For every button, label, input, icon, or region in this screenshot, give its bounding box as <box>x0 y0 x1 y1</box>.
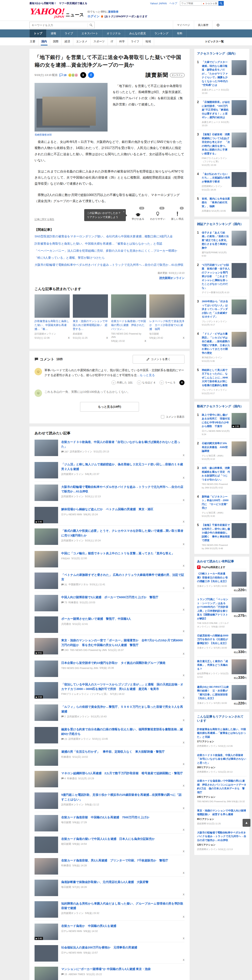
nav-tab-トップ[interactable]: トップ <box>29 29 46 37</box>
sidebar-item[interactable]: 3自民・森山幹事長、消費税減税を重ねて否定 代わる財源問えば「つじつまが合わない… <box>197 463 247 492</box>
back-to-top-button[interactable]: ▲ <box>242 819 250 827</box>
search-icon[interactable] <box>88 23 94 27</box>
sidebar-item-title[interactable]: 在留カード３０枚偽造、中国人の容疑者「自宅にいながら金を稼げば摘発されないと思っ… <box>197 754 246 764</box>
x-share-icon[interactable]: X <box>183 763 185 765</box>
news-list-item[interactable]: ▶ 0:46解体現場から銅線など盗んだか ベトナム国籍の男逮捕 東京・港区日テレ… <box>35 504 185 525</box>
sidebar-section-header[interactable]: 雑誌アクセスランキング（国内） <box>197 222 243 226</box>
news-list-item[interactable]: 「株式の購入や投資に必要」とうそ、クレカやスマホを詐取した疑いで逮捕…買い取り業… <box>35 525 185 548</box>
news-title[interactable]: 中国人向け賭博容疑で3人逮捕 ポーカーで6000万円売り上げか 警視庁 <box>61 595 185 599</box>
news-list-item[interactable]: 在留カード偽造容疑 中国籍の2人を再逮捕 7500万円売り上げか毎日新聞5/9(… <box>35 812 185 834</box>
article-thumbnail[interactable] <box>35 727 58 743</box>
x-share-icon[interactable]: X <box>183 696 185 699</box>
news-list-item[interactable]: 日本企業から架空請求で約10億円を詐取か タイ拠点の国際詐欺グループ摘発TBS … <box>35 657 185 679</box>
sidebar-item-title[interactable]: 神絵師として美人画で天下をとったのに、なぜこんなことに…NHK大河で染谷将太が演… <box>202 369 228 387</box>
sidebar-item[interactable]: トランプ円高に「ベッセント・シーリング」はあるか!?1990年代の「円安許容上限… <box>197 595 247 631</box>
news-title[interactable]: 日本企業から架空請求で約10億円を詐取か タイ拠点の国際詐欺グループ摘発 <box>61 660 185 665</box>
news-list-item[interactable]: 大阪市の駐輪場で電動自転車やペダル付きバイクを盗み→トラックで北九州市へ→自分の… <box>35 482 185 504</box>
comment-reaction-button[interactable]: ☺共感した101 <box>112 380 133 385</box>
sidebar-section-header[interactable]: こんな記事もリアクションされています <box>197 715 244 722</box>
comment-reaction-button[interactable]: ☺うーん5 <box>159 380 175 385</box>
x-share-icon[interactable]: X <box>183 958 185 961</box>
article-thumbnail[interactable] <box>231 368 247 383</box>
news-title[interactable]: 中国に「コメ輸出」疑惑でネット炎上中のニトリを直撃…返ってきた「意外な答え」 <box>61 551 185 555</box>
also-read-card[interactable]: 東京・池袋のマンションで中国人向け賭博場開設疑い 経営する…産経新聞5/11(日… <box>73 294 108 343</box>
subnav-item-経済[interactable]: 経済 <box>62 37 73 46</box>
news-title[interactable]: 在留カード３０枚偽造、中国人の容疑者「自宅にいながら金を稼げば摘発されないと思っ… <box>61 440 185 449</box>
more-comments-button[interactable]: もっと見る(18件) <box>80 402 139 412</box>
article-thumbnail[interactable] <box>231 231 247 246</box>
sidebar-item-title[interactable]: 2600年前から「付き合ってはいけない人」は決まっている…ブッダが説いた「人生破… <box>202 300 228 318</box>
news-title[interactable]: 「宿泊している中国人のスーツケースからゴソゴソと音が…」と通報 国の天然記念物・… <box>61 682 185 691</box>
sidebar-item[interactable]: 趣里(34)とBE:FIRST三山凌輝の結婚！ 父・水谷豊が「週刊文春」に意味深… <box>197 682 247 708</box>
article-thumbnail[interactable] <box>231 634 247 649</box>
article-thumbnail[interactable] <box>231 60 247 75</box>
purchase-history-link[interactable]: 購入履歴 <box>194 21 212 29</box>
related-article-link[interactable]: 「軽に5人乗っている」と通報、警官が駆けつけたら <box>35 255 185 260</box>
article-thumbnail[interactable] <box>35 858 58 875</box>
provider-logo[interactable]: 讀賣新聞 オンライン <box>146 72 185 79</box>
x-share-icon[interactable]: X <box>183 336 185 340</box>
article-thumbnail[interactable] <box>111 294 146 318</box>
article-thumbnail[interactable] <box>35 528 58 545</box>
article-thumbnail[interactable]: ▶ 0:58 <box>35 682 58 698</box>
news-list-item[interactable]: 「ジム活」と称し無人ジムで連続窃盗か、偽名登録し２次元コード使い回し…容疑の１８… <box>35 459 185 482</box>
nav-tab-速報[interactable]: 速報 <box>46 29 60 37</box>
x-share-icon[interactable]: X <box>183 476 185 479</box>
article-thumbnail[interactable] <box>231 597 247 612</box>
article-thumbnail[interactable] <box>231 466 247 481</box>
login-link[interactable]: ログイン <box>88 14 99 18</box>
sidebar-item-title[interactable]: 「店舗開発部長」が会社に架空請求、“200万円超”不正受領も「解雇処分は重すぎる… <box>202 100 230 119</box>
x-share-icon[interactable]: X <box>183 587 185 590</box>
x-share-icon[interactable]: X <box>183 520 185 523</box>
subnav-item-スポーツ[interactable]: スポーツ <box>91 37 108 46</box>
news-list-item[interactable]: ▶ 0:58「宿泊している中国人のスーツケースからゴソゴソと音が…」と通報 国の… <box>35 679 185 702</box>
mypage-link[interactable]: マイページ <box>173 21 194 29</box>
sidebar-item[interactable]: 2「店舗開発部長」が会社に架空請求、“200万円超”不正受領も「解雇処分は重すぎ… <box>197 97 247 130</box>
sidebar-item-title[interactable]: 石破内閣支持率27.6% 発足以来最低 ANN世論調査 <box>202 442 230 452</box>
sidebar-item[interactable]: 在留カードを偽造疑いで中国籍の男2人逮捕 押収されたパソコンにはカードデータ約1… <box>197 776 247 806</box>
x-share-icon[interactable]: X <box>106 336 108 340</box>
also-read-card[interactable]: 在留カードを偽造疑いで中国籍の男2人逮捕 押収されたパソコン…TBS NEWS … <box>111 294 146 343</box>
x-share-icon[interactable]: X <box>183 872 185 874</box>
x-share-icon[interactable]: X <box>68 336 70 340</box>
facebook-share-button[interactable]: f <box>88 72 94 78</box>
x-share-icon[interactable]: X <box>183 608 185 611</box>
report-article-link[interactable]: 記事に関する報告 <box>35 218 54 221</box>
web-search-input[interactable] <box>180 2 201 5</box>
also-read-card[interactable]: 詐欺被害金を商取引と偽装した疑い、中国籍夫婦を再逮捕…「被…読売新聞オンライン5… <box>35 294 70 343</box>
sidebar-item-title[interactable]: 【速報】石破首相 消費税減税について3点あげ否定的な考え示す 「次の時代に責任を… <box>202 133 230 155</box>
article-thumbnail[interactable] <box>35 294 70 318</box>
sidebar-item-title[interactable]: 《川崎ストーカー死体遺棄》容疑者父の初告白と母の隠蔽工作【先出し全文】 <box>197 572 228 583</box>
provider-link[interactable]: 読売新聞オンライン <box>35 276 185 280</box>
nav-tab-有料[interactable]: 有料 <box>172 29 187 37</box>
article-thumbnail[interactable] <box>231 132 247 147</box>
sidebar-item[interactable]: 石破茂首相への闇献金3000万円を告白する《元側近が爆弾証言》【先出し全文】文春… <box>197 631 247 657</box>
article-thumbnail[interactable] <box>35 815 58 831</box>
subnav-item-エンタメ[interactable]: エンタメ <box>73 37 91 46</box>
yahoo-japan-link[interactable]: Yahoo! JAPAN <box>150 2 167 5</box>
news-list-item[interactable]: マネロン組織幹部ら3人再逮捕 2カ月で数千万円詐取容疑 暗号資産で追跡困難に・警… <box>35 768 185 789</box>
x-share-icon[interactable]: X <box>183 915 185 918</box>
news-title[interactable]: 偽造診断書で保険金詐取疑い、元代理店社員ら2人逮捕 大阪府警 <box>61 880 185 884</box>
news-title[interactable]: ポーカー賭博させた疑いで逮捕 警視庁、中国籍3人 <box>61 616 185 621</box>
article-thumbnail[interactable] <box>35 880 58 896</box>
related-article-link[interactable]: 「ペーパーカンパニー」法人口座を犯罪組織に売却、多額の入出金でも見抜かれにくく…… <box>35 248 185 253</box>
reaction-button[interactable]: 13学びがある <box>131 210 145 221</box>
sidebar-item[interactable]: 4「ドミノ・ピザは大量閉店」「シカゴピザは自己破産」…栄枯盛衰の宅配ピザ業界。王… <box>197 329 247 365</box>
article-thumbnail[interactable] <box>35 595 58 611</box>
news-title[interactable]: マンションに“ポーカー賭博場”か 中国籍の男ら3人逮捕 東京・池袋 <box>61 967 185 971</box>
related-article-link[interactable]: 大阪市の駐輪場で電動自転車やペダル付きバイクを盗み→トラックで北九州市へ→自分の… <box>35 262 185 267</box>
subnav-item-国内[interactable]: 国内 <box>38 37 50 46</box>
x-share-icon[interactable]: X <box>183 454 185 457</box>
article-thumbnail[interactable] <box>231 100 247 115</box>
sidebar-item-title[interactable]: 趣里(34)とBE:FIRST三山凌輝の結婚！ 父・水谷豊が「週刊文春」に意味深… <box>197 686 229 700</box>
news-list-item[interactable]: ▶ 0:51東京・池袋のマンションの一室で「ポーカー」賭場運営か 去年7月からの… <box>35 635 185 657</box>
sidebar-item[interactable]: 1佳子さま「あえて結婚」の覚悟…“居残り法案”成立で生じる変化、悠仁さまを思う複… <box>197 228 247 260</box>
news-list-item[interactable]: 社会福祉法人の資金200万円を横領か 元理事長の男逮捕日テレNEWS NNN5/… <box>35 942 185 964</box>
yahoo-news-logo[interactable]: YAHOO! JAPAN ニュース <box>29 8 84 18</box>
news-title[interactable]: 在留カード偽造容疑、男2人再逮捕 プリンターで印刷、7千枚超販売か 警視庁 <box>61 858 185 862</box>
article-thumbnail[interactable] <box>231 263 247 278</box>
article-thumbnail[interactable] <box>35 771 58 788</box>
article-thumbnail[interactable] <box>73 294 108 318</box>
sidebar-item[interactable]: 4「金が払われていないだろ」…古賀誠氏の長男が事務所で要求読売新聞オンライン 5… <box>197 169 247 194</box>
